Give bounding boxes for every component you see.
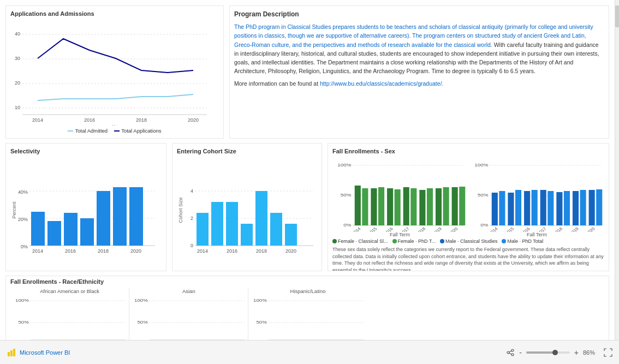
svg-text:2014: 2014 (32, 248, 43, 254)
svg-rect-27 (113, 187, 127, 246)
svg-rect-43 (226, 202, 238, 246)
svg-rect-62 (387, 188, 393, 225)
legend-female-classical: Female · Classical Sl... (332, 238, 388, 244)
zoom-minus[interactable]: - (519, 348, 522, 357)
zoom-handle[interactable] (552, 350, 558, 355)
svg-text:2016: 2016 (520, 226, 532, 232)
svg-text:2014: 2014 (350, 226, 362, 232)
svg-text:2018: 2018 (552, 226, 564, 232)
fullscreen-icon[interactable] (604, 348, 612, 357)
sex-female-svg: 100% 50% 0% (332, 156, 467, 232)
selectivity-box: Selectivity Percent 0% 20% 40% (5, 143, 166, 271)
svg-text:2017: 2017 (399, 226, 410, 232)
svg-text:50%: 50% (257, 320, 267, 325)
race-aa-svg: 100% 50% (10, 295, 129, 340)
sex-legend: Female · Classical Sl... Female · PhD T.… (332, 238, 604, 244)
svg-text:0: 0 (191, 243, 193, 248)
svg-text:0%: 0% (480, 223, 488, 228)
svg-line-128 (509, 353, 511, 354)
race-african-label: African American or Black (10, 288, 129, 294)
svg-text:2015: 2015 (367, 226, 378, 232)
svg-rect-23 (47, 221, 61, 246)
svg-rect-61 (378, 187, 384, 225)
svg-rect-121 (8, 352, 10, 356)
svg-rect-42 (211, 202, 223, 246)
svg-text:20: 20 (15, 80, 20, 86)
svg-rect-63 (395, 189, 401, 225)
svg-rect-65 (410, 188, 416, 225)
svg-rect-85 (492, 193, 498, 225)
svg-text:100%: 100% (254, 298, 267, 303)
legend-female-phd: Female · PhD T... (392, 238, 436, 244)
zoom-percent: 86% (583, 349, 599, 356)
svg-text:2014: 2014 (32, 117, 43, 123)
svg-text:2: 2 (191, 216, 193, 221)
zoom-slider[interactable] (526, 351, 570, 354)
svg-text:100%: 100% (134, 298, 148, 303)
svg-line-127 (509, 351, 511, 352)
scrollbar[interactable] (615, 0, 619, 340)
sex-note: These sex data solely reflect the catego… (332, 246, 604, 271)
applications-chart-box: Applications and Admissions 40 30 20 10 (5, 5, 224, 139)
program-description-text: The PhD program in Classical Studies pre… (234, 22, 604, 76)
powerbi-label[interactable]: Microsoft Power BI (20, 349, 70, 356)
svg-text:50%: 50% (341, 193, 352, 198)
applications-legend: Total Admitted Total Applications (10, 128, 219, 134)
svg-rect-70 (452, 187, 458, 225)
svg-text:4: 4 (191, 188, 193, 194)
svg-text:2020: 2020 (285, 248, 296, 254)
share-icon[interactable] (506, 348, 515, 357)
svg-text:Cohort Size: Cohort Size (178, 197, 183, 223)
svg-rect-96 (580, 190, 586, 225)
svg-text:100%: 100% (337, 163, 351, 168)
svg-rect-66 (419, 190, 425, 225)
svg-text:2019: 2019 (432, 226, 443, 232)
svg-rect-60 (371, 188, 377, 225)
fall-sex-box: Fall Enrollments - Sex 100% 50% 0% (328, 143, 609, 271)
svg-text:0%: 0% (21, 244, 28, 249)
svg-point-126 (511, 354, 514, 356)
legend-admitted: Total Admitted (68, 128, 108, 134)
program-link[interactable]: http://www.bu.edu/classics/academics/gra… (320, 80, 443, 87)
race-asian-label: Asian (129, 288, 248, 294)
svg-text:2018: 2018 (256, 248, 267, 254)
svg-text:2014: 2014 (487, 226, 499, 232)
svg-rect-25 (80, 218, 94, 246)
race-asian-svg: 100% 50% (129, 295, 248, 340)
svg-rect-24 (64, 213, 78, 246)
svg-rect-44 (241, 224, 253, 246)
selectivity-title: Selectivity (10, 148, 162, 154)
svg-rect-59 (362, 188, 368, 225)
race-hispanic-svg: 100% 50% (248, 295, 367, 340)
svg-rect-92 (547, 191, 553, 225)
zoom-plus[interactable]: + (574, 348, 579, 357)
applications-svg: 40 30 20 10 (10, 19, 218, 126)
footer: Microsoft Power BI - + 86% (0, 340, 619, 364)
svg-rect-93 (556, 192, 562, 225)
svg-rect-26 (97, 191, 110, 246)
cohort-size-title: Entering Cohort Size (177, 148, 317, 154)
svg-text:100%: 100% (474, 163, 488, 168)
svg-text:50%: 50% (18, 320, 28, 325)
svg-text:2018: 2018 (415, 226, 427, 232)
svg-rect-64 (403, 187, 409, 225)
cohort-size-box: Entering Cohort Size Cohort Size 0 2 4 (172, 143, 322, 271)
svg-point-124 (511, 349, 514, 351)
svg-text:100%: 100% (15, 298, 29, 303)
race-african-american: African American or Black 100% 50% (10, 288, 129, 340)
svg-text:2018: 2018 (136, 117, 147, 123)
svg-rect-98 (596, 189, 602, 225)
sex-male-svg: 100% 50% 0% (469, 156, 604, 232)
legend-male-phd: Male · PhD Total (502, 238, 543, 244)
cohort-svg: Cohort Size 0 2 4 (177, 156, 318, 262)
race-hispanic-label: Hispanic/Latino (248, 288, 367, 294)
powerbi-brand[interactable]: Microsoft Power BI (7, 348, 70, 357)
svg-rect-28 (129, 187, 143, 246)
svg-text:2016: 2016 (383, 226, 395, 232)
svg-text:2020: 2020 (448, 226, 459, 232)
svg-text:Year: Year (112, 124, 122, 126)
legend-male-classical: Male · Classical Studies (440, 238, 498, 244)
svg-text:2020: 2020 (130, 248, 141, 254)
svg-text:30: 30 (15, 56, 20, 61)
svg-rect-89 (524, 191, 530, 225)
